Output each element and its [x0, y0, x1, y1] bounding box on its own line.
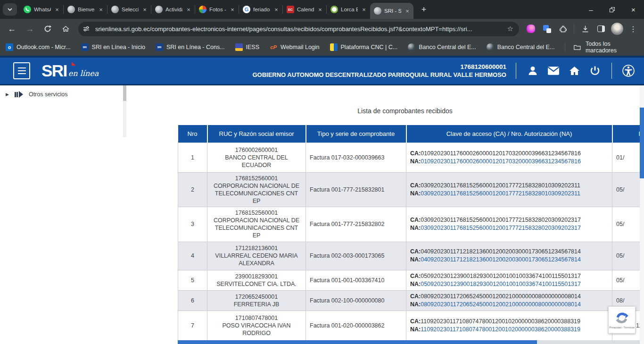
profile-button[interactable]: [526, 64, 540, 78]
cell-tipo: Factura 017-032-000039663: [306, 143, 406, 172]
sidebar-item-otros-servicios[interactable]: ▶ Otros servicios: [0, 87, 120, 101]
tab-close-icon[interactable]: ×: [185, 6, 192, 13]
new-tab-button[interactable]: +: [417, 3, 430, 16]
tab-feriados[interactable]: G feriados e ×: [239, 0, 282, 19]
autorizacion-link[interactable]: 1109202301171080747800120010200000038620…: [421, 326, 580, 333]
downloads-icon[interactable]: [578, 22, 592, 36]
vertical-scrollbar[interactable]: [640, 85, 644, 344]
bookmark-banco-central-2[interactable]: Banco Central del E...: [487, 43, 555, 51]
tab-lorca[interactable]: Lorca Edit ×: [327, 0, 370, 19]
bookmark-iess[interactable]: IESS: [235, 43, 260, 51]
tab-actividad[interactable]: Actividad ×: [151, 0, 195, 19]
bookmark-star-icon[interactable]: ☆: [507, 25, 513, 33]
autorizacion-link[interactable]: 0509202301239001829300120010010033674100…: [421, 281, 581, 287]
tab-close-icon[interactable]: ×: [404, 8, 411, 15]
bookmarks-divider: [565, 43, 565, 51]
table-row: 6 1720652450001 FERRETERIA JB Factura 00…: [178, 290, 640, 310]
tab-sri-active[interactable]: SRI - SISTE ×: [370, 3, 413, 19]
cell-fecha: 05/: [612, 242, 640, 270]
autorizacion-link[interactable]: 0309202301176815256000120017772158328010…: [421, 190, 580, 197]
bookmark-label: Banco Central del E...: [419, 44, 476, 50]
cell-nro: 7: [178, 310, 207, 341]
cell-clave: CA:0309202301176815256000120017772158328…: [406, 207, 612, 242]
tab-close-icon[interactable]: ×: [361, 6, 367, 13]
col-header-tipo: Tipo y serie de comprobante: [306, 125, 406, 143]
tab-close-icon[interactable]: ×: [317, 6, 323, 13]
tab-close-icon[interactable]: ×: [141, 6, 148, 13]
sri-logo-flag: [72, 62, 76, 66]
tab-seleccion[interactable]: Seleccion ×: [107, 0, 151, 19]
globe-icon: [111, 6, 119, 13]
profile-avatar[interactable]: [610, 22, 624, 36]
tab-search-button[interactable]: [3, 3, 17, 16]
person-icon: [527, 65, 538, 76]
tab-close-icon[interactable]: ×: [229, 6, 236, 13]
tab-whatsapp[interactable]: WhatsApp ×: [20, 0, 63, 19]
tab-close-icon[interactable]: ×: [273, 6, 280, 13]
emisor-nombre: SERVITELCONET CIA. LTDA.: [211, 280, 302, 288]
tab-close-icon[interactable]: ×: [98, 6, 104, 13]
cell-nro: 1: [178, 143, 207, 172]
extension-pink-icon[interactable]: [524, 22, 538, 36]
close-window-button[interactable]: ×: [623, 0, 644, 19]
side-panel-icon[interactable]: [594, 22, 608, 36]
sri-logo[interactable]: SRI en línea: [41, 63, 99, 78]
accessibility-button[interactable]: [621, 64, 636, 78]
url-text[interactable]: srienlinea.sri.gob.ec/comprobantes-elect…: [95, 25, 504, 33]
cell-fecha: 05/: [612, 207, 640, 242]
expander-icon[interactable]: ▶: [6, 92, 9, 97]
emisor-ruc: 1768152560001: [211, 175, 302, 182]
menu-hamburger-button[interactable]: [13, 62, 30, 79]
table-row: 1 1760002600001 BANCO CENTRAL DEL ECUADO…: [178, 143, 640, 172]
bookmark-sri-consultas[interactable]: SRI SRI en Línea - Cons...: [156, 43, 225, 51]
home-button[interactable]: [58, 21, 74, 36]
emisor-nombre: BANCO CENTRAL DEL ECUADOR: [211, 154, 302, 169]
cell-tipo: Factura 001-777-215832802: [306, 207, 406, 242]
tab-fotos[interactable]: Fotos - G ×: [195, 0, 239, 19]
comprobantes-table-container: Nro RUC y Razón social emisor Tipo y ser…: [178, 125, 640, 341]
sri-header: SRI en línea 1768120600001 GOBIERNO AUTO…: [0, 56, 644, 85]
home-portal-button[interactable]: [567, 64, 581, 78]
messages-button[interactable]: [546, 64, 561, 78]
logout-button[interactable]: [588, 64, 602, 78]
site-info-icon[interactable]: [81, 24, 91, 34]
bookmark-sri-inicio[interactable]: SRI SRI en Línea - Inicio: [81, 43, 145, 51]
autorizacion-link[interactable]: 0409202301171218213600120020030001730651…: [421, 256, 581, 263]
reload-button[interactable]: [40, 21, 56, 36]
recaptcha-badge[interactable]: Privacidad - Términos: [608, 306, 636, 334]
autorizacion-link[interactable]: 0309202301176815256000120017772158328020…: [421, 225, 581, 231]
minimize-button[interactable]: –: [580, 0, 602, 19]
autorizacion-link[interactable]: 0109202301176000260000120170320000396631…: [421, 158, 581, 165]
address-bar[interactable]: srienlinea.sri.gob.ec/comprobantes-elect…: [78, 22, 519, 36]
translate-icon[interactable]: [540, 22, 554, 36]
whatsapp-icon: [24, 6, 31, 13]
recaptcha-terms-label[interactable]: Privacidad - Términos: [609, 326, 634, 329]
bookmark-outlook[interactable]: o Outlook.com - Micr...: [6, 43, 71, 51]
restore-button[interactable]: [602, 0, 623, 19]
all-bookmarks[interactable]: Todos los marcadores: [565, 41, 638, 54]
forward-button[interactable]: →: [22, 21, 38, 36]
back-button[interactable]: ←: [4, 21, 20, 36]
extensions-icon[interactable]: [556, 22, 570, 36]
bookmark-webmail[interactable]: cP Webmail Login: [270, 43, 319, 51]
horizontal-scrollbar-thumb[interactable]: [178, 340, 537, 344]
tab-bienvenido[interactable]: Bienvenid ×: [64, 0, 107, 19]
cnc-icon: [330, 43, 338, 51]
horizontal-scrollbar[interactable]: [178, 340, 640, 344]
taxpayer-name: GOBIERNO AUTONOMO DESCENTRALIZADO PARROQ…: [252, 71, 506, 79]
tab-close-icon[interactable]: ×: [54, 6, 60, 13]
iess-icon: [235, 43, 243, 51]
vertical-scrollbar-thumb[interactable]: [640, 108, 644, 178]
sidebar-scrollbar-thumb[interactable]: [123, 85, 126, 101]
bookmark-banco-central-1[interactable]: Banco Central del E...: [408, 43, 476, 51]
emisor-nombre: VILLARREAL CEDENO MARIA ALEXANDRA: [211, 252, 302, 267]
tab-calendario[interactable]: EC Calendari ×: [283, 0, 326, 19]
tab-title: SRI - SISTE: [384, 8, 401, 14]
header-user-area: 1768120600001 GOBIERNO AUTONOMO DESCENTR…: [252, 63, 636, 79]
sidebar-scrollbar[interactable]: [123, 85, 126, 137]
browser-menu-button[interactable]: ⋮: [626, 22, 640, 36]
bookmark-cnc[interactable]: Plataforma CNC | C...: [330, 43, 398, 51]
comprobantes-table: Nro RUC y Razón social emisor Tipo y ser…: [178, 125, 640, 341]
cell-emisor: 1768152560001 CORPORACION NACIONAL DE TE…: [207, 207, 306, 242]
autorizacion-link[interactable]: 0809202301172065245000120021000000008000…: [421, 301, 581, 308]
